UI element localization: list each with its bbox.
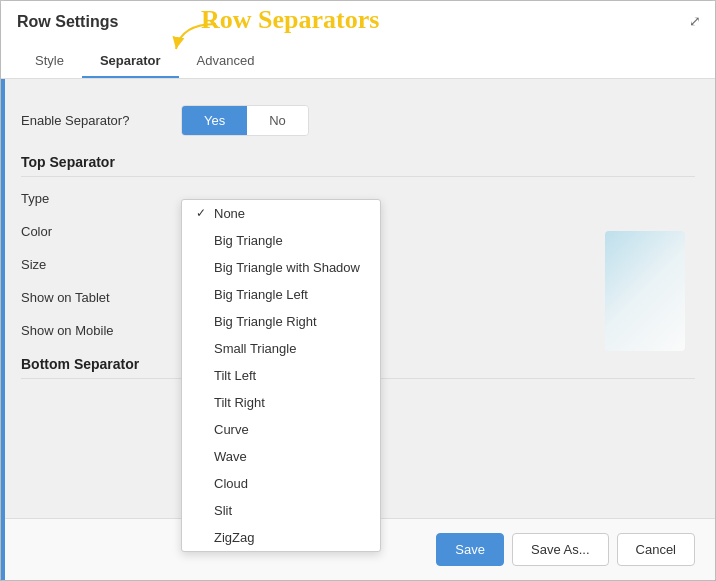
save-as-button[interactable]: Save As... bbox=[512, 533, 609, 566]
tabs-container: Style Separator Advanced bbox=[17, 45, 699, 78]
modal-container: Row Settings Row Separators ⤢ Style Sepa… bbox=[0, 0, 716, 581]
enable-separator-label: Enable Separator? bbox=[21, 113, 181, 128]
dropdown-item-curve[interactable]: Curve bbox=[182, 416, 380, 443]
color-label: Color bbox=[21, 224, 181, 239]
dropdown-item-wave[interactable]: Wave bbox=[182, 443, 380, 470]
annotation-arrow bbox=[161, 19, 221, 59]
modal-header: Row Settings Row Separators ⤢ Style Sepa… bbox=[1, 1, 715, 79]
yes-button[interactable]: Yes bbox=[182, 106, 247, 135]
dropdown-item-big-triangle-shadow[interactable]: Big Triangle with Shadow bbox=[182, 254, 380, 281]
top-separator-title: Top Separator bbox=[21, 154, 695, 177]
dropdown-item-cloud[interactable]: Cloud bbox=[182, 470, 380, 497]
dropdown-item-tilt-right[interactable]: Tilt Right bbox=[182, 389, 380, 416]
dropdown-item-none[interactable]: ✓ None bbox=[182, 200, 380, 227]
dropdown-item-small-triangle[interactable]: Small Triangle bbox=[182, 335, 380, 362]
check-mark: ✓ bbox=[196, 206, 208, 220]
modal-body: Enable Separator? Yes No Top Separator T… bbox=[1, 79, 715, 508]
dropdown-item-big-triangle-left[interactable]: Big Triangle Left bbox=[182, 281, 380, 308]
gradient-background bbox=[605, 231, 685, 351]
enable-separator-row: Enable Separator? Yes No bbox=[21, 105, 695, 136]
type-row: Type ✓ None Big Triangle Big bbox=[21, 191, 695, 206]
show-mobile-label: Show on Mobile bbox=[21, 323, 181, 338]
enable-separator-toggle: Yes No bbox=[181, 105, 309, 136]
type-label: Type bbox=[21, 191, 181, 206]
save-button[interactable]: Save bbox=[436, 533, 504, 566]
tab-style[interactable]: Style bbox=[17, 45, 82, 78]
show-tablet-label: Show on Tablet bbox=[21, 290, 181, 305]
size-label: Size bbox=[21, 257, 181, 272]
type-dropdown-menu: ✓ None Big Triangle Big Triangle with Sh… bbox=[181, 199, 381, 552]
annotation-text: Row Separators bbox=[201, 5, 379, 35]
no-button[interactable]: No bbox=[247, 106, 308, 135]
expand-icon[interactable]: ⤢ bbox=[689, 13, 701, 29]
dropdown-item-slit[interactable]: Slit bbox=[182, 497, 380, 524]
dropdown-item-zigzag[interactable]: ZigZag bbox=[182, 524, 380, 551]
dropdown-item-tilt-left[interactable]: Tilt Left bbox=[182, 362, 380, 389]
top-separator-fields: Type ✓ None Big Triangle Big bbox=[21, 191, 695, 338]
dropdown-item-big-triangle-right[interactable]: Big Triangle Right bbox=[182, 308, 380, 335]
cancel-button[interactable]: Cancel bbox=[617, 533, 695, 566]
dropdown-item-big-triangle[interactable]: Big Triangle bbox=[182, 227, 380, 254]
